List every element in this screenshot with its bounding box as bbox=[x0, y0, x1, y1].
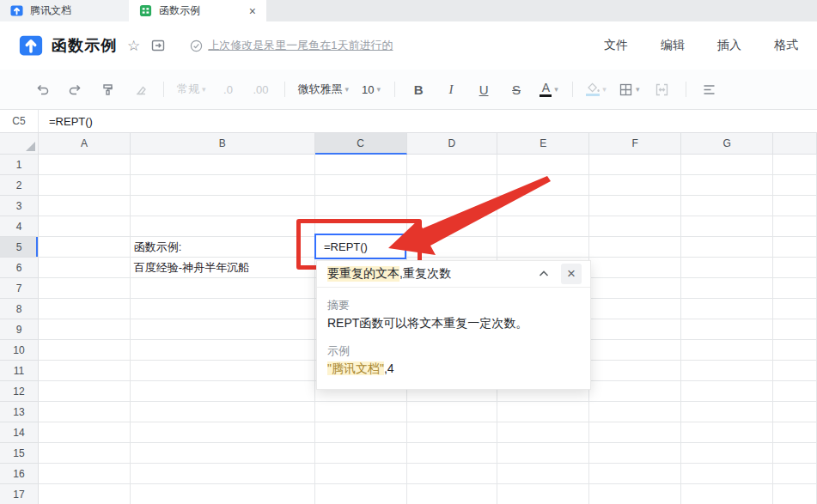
grid-cell-D2[interactable] bbox=[407, 175, 498, 196]
grid-cell-A16[interactable] bbox=[39, 464, 131, 484]
grid-cell-C2[interactable] bbox=[315, 175, 407, 196]
grid-cell-A11[interactable] bbox=[39, 361, 131, 381]
move-to-folder-icon[interactable] bbox=[150, 38, 166, 53]
grid-cell-C14[interactable] bbox=[315, 422, 407, 443]
row-header-16[interactable]: 16 bbox=[0, 464, 39, 484]
column-header-E[interactable]: E bbox=[497, 133, 589, 155]
grid-cell-G5[interactable] bbox=[681, 237, 773, 258]
menu-edit[interactable]: 编辑 bbox=[661, 38, 685, 53]
select-all-corner[interactable] bbox=[0, 133, 39, 155]
row-header-1[interactable]: 1 bbox=[0, 155, 39, 175]
format-painter-button[interactable] bbox=[97, 78, 118, 100]
grid-cell-A9[interactable] bbox=[39, 319, 131, 340]
grid-cell-A2[interactable] bbox=[39, 175, 131, 196]
grid-cell-E4[interactable] bbox=[497, 216, 589, 237]
grid-cell-H3[interactable] bbox=[773, 196, 817, 216]
grid-cell-G13[interactable] bbox=[681, 402, 773, 422]
grid-cell-F10[interactable] bbox=[589, 340, 681, 361]
row-header-17[interactable]: 17 bbox=[0, 484, 39, 504]
grid-cell-C17[interactable] bbox=[315, 484, 407, 504]
column-header-C[interactable]: C bbox=[315, 133, 407, 155]
decrease-decimal-button[interactable]: .0 bbox=[218, 78, 239, 100]
close-button[interactable]: × bbox=[561, 264, 582, 284]
grid-cell-H12[interactable] bbox=[773, 381, 817, 402]
column-header-D[interactable]: D bbox=[407, 133, 498, 155]
row-header-14[interactable]: 14 bbox=[0, 422, 39, 443]
grid-cell-F6[interactable] bbox=[589, 258, 681, 278]
grid-cell-D3[interactable] bbox=[407, 196, 498, 216]
grid-cell-A13[interactable] bbox=[39, 402, 131, 422]
grid-cell-B11[interactable] bbox=[131, 361, 315, 381]
grid-cell-B8[interactable] bbox=[131, 299, 315, 319]
grid-cell-A15[interactable] bbox=[39, 443, 131, 464]
row-header-15[interactable]: 15 bbox=[0, 443, 39, 464]
cell-editor[interactable]: =REPT() bbox=[314, 234, 406, 259]
grid-cell-F3[interactable] bbox=[589, 196, 681, 216]
italic-button[interactable]: I bbox=[441, 78, 461, 100]
grid-cell-F7[interactable] bbox=[589, 278, 681, 299]
grid-cell-H17[interactable] bbox=[773, 484, 817, 504]
grid-cell-H5[interactable] bbox=[773, 237, 817, 258]
grid-cell-H11[interactable] bbox=[773, 361, 817, 381]
grid-cell-G17[interactable] bbox=[681, 484, 773, 504]
grid-cell-G3[interactable] bbox=[681, 196, 773, 216]
grid-cell-B16[interactable] bbox=[131, 464, 315, 484]
grid-cell-D15[interactable] bbox=[407, 443, 498, 464]
grid-cell-A10[interactable] bbox=[39, 340, 131, 361]
grid-cell-H6[interactable] bbox=[773, 258, 817, 278]
grid-cell-A17[interactable] bbox=[39, 484, 131, 504]
grid-cell-C3[interactable] bbox=[315, 196, 407, 216]
strikethrough-button[interactable]: S bbox=[506, 78, 527, 100]
text-color-button[interactable]: A ▾ bbox=[539, 78, 559, 100]
grid-cell-H9[interactable] bbox=[773, 319, 817, 340]
horizontal-align-button[interactable] bbox=[699, 78, 720, 100]
grid-cell-B4[interactable] bbox=[131, 216, 315, 237]
grid-cell-A1[interactable] bbox=[39, 155, 131, 175]
grid-cell-F2[interactable] bbox=[589, 175, 681, 196]
grid-cell-B13[interactable] bbox=[131, 402, 315, 422]
grid-cell-F13[interactable] bbox=[589, 402, 681, 422]
grid-cell-G10[interactable] bbox=[681, 340, 773, 361]
grid-cell-A4[interactable] bbox=[39, 216, 131, 237]
grid-cell-F5[interactable] bbox=[589, 237, 681, 258]
row-header-7[interactable]: 7 bbox=[0, 278, 39, 299]
grid-cell-G12[interactable] bbox=[681, 381, 773, 402]
merge-cells-button[interactable] bbox=[652, 78, 673, 100]
grid-cell-C13[interactable] bbox=[315, 402, 407, 422]
row-header-3[interactable]: 3 bbox=[0, 196, 39, 216]
grid-cell-H1[interactable] bbox=[773, 155, 817, 175]
grid-cell-E5[interactable] bbox=[497, 237, 589, 258]
grid-cell-D14[interactable] bbox=[407, 422, 498, 443]
grid-cell-G8[interactable] bbox=[681, 299, 773, 319]
row-header-4[interactable]: 4 bbox=[0, 216, 39, 237]
grid-cell-A3[interactable] bbox=[39, 196, 131, 216]
grid-cell-E13[interactable] bbox=[497, 402, 589, 422]
grid-cell-H16[interactable] bbox=[773, 464, 817, 484]
grid-cell-F4[interactable] bbox=[589, 216, 681, 237]
grid-cell-F17[interactable] bbox=[589, 484, 681, 504]
grid-cell-B6[interactable]: 百度经验-神舟半年沉船 bbox=[131, 258, 315, 278]
collapse-button[interactable] bbox=[533, 264, 554, 284]
cell-name-box[interactable]: C5 bbox=[0, 110, 39, 132]
grid-cell-D17[interactable] bbox=[407, 484, 498, 504]
grid-cell-A5[interactable] bbox=[39, 237, 131, 258]
row-header-12[interactable]: 12 bbox=[0, 381, 39, 402]
grid-cell-C1[interactable] bbox=[315, 155, 407, 175]
grid-cell-H4[interactable] bbox=[773, 216, 817, 237]
grid-cell-E17[interactable] bbox=[497, 484, 589, 504]
grid-cell-G1[interactable] bbox=[681, 155, 773, 175]
row-header-2[interactable]: 2 bbox=[0, 175, 39, 196]
fill-color-button[interactable]: ▾ bbox=[586, 78, 607, 100]
grid-cell-E2[interactable] bbox=[497, 175, 589, 196]
grid-cell-B1[interactable] bbox=[131, 155, 315, 175]
grid-cell-G11[interactable] bbox=[681, 361, 773, 381]
grid-cell-H8[interactable] bbox=[773, 299, 817, 319]
number-format-dropdown[interactable]: 常规▾ bbox=[177, 78, 206, 100]
grid-cell-B10[interactable] bbox=[131, 340, 315, 361]
grid-cell-G9[interactable] bbox=[681, 319, 773, 340]
grid-cell-F15[interactable] bbox=[589, 443, 681, 464]
font-size-dropdown[interactable]: 10▾ bbox=[361, 78, 381, 100]
underline-button[interactable]: U bbox=[473, 78, 494, 100]
grid-cell-F12[interactable] bbox=[589, 381, 681, 402]
grid-cell-F14[interactable] bbox=[589, 422, 681, 443]
